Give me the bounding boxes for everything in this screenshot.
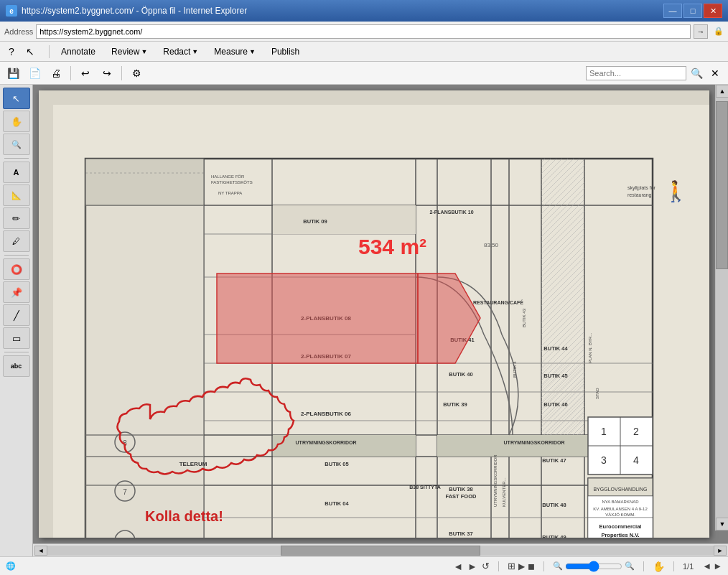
prev-page-button[interactable]: ◄ (702, 561, 711, 571)
svg-text:restaurang: restaurang (627, 192, 652, 198)
svg-text:2: 2 (633, 426, 639, 437)
view-controls: ⊞ ▶ ◼ (508, 561, 535, 571)
copy-button[interactable]: 📄 (26, 65, 43, 82)
svg-rect-25 (273, 435, 416, 457)
minimize-button[interactable]: — (663, 4, 682, 18)
maximize-button[interactable]: □ (683, 4, 702, 18)
svg-text:4: 4 (633, 454, 639, 466)
window-controls: — □ ✕ (663, 4, 722, 18)
svg-text:3: 3 (601, 454, 607, 466)
status-sep2 (543, 561, 544, 571)
status-bar: 🌐 ◄ ► ↺ ⊞ ▶ ◼ 🔍 🔍 ✋ 1/1 ◄ ► (0, 556, 728, 575)
svg-text:2-PLANSBUTIK 10: 2-PLANSBUTIK 10 (429, 210, 473, 215)
close-search-button[interactable]: ✕ (706, 65, 724, 82)
page-indicator: 🔒 (714, 27, 724, 36)
help-button[interactable]: ? (3, 43, 20, 60)
h-scroll-thumb[interactable] (281, 546, 480, 556)
pin-tool-btn[interactable]: 📌 (3, 281, 30, 303)
pencil-tool-btn[interactable]: ✏ (3, 207, 30, 229)
viewer-area: ↖ ✋ 🔍 A 📐 ✏ 🖊 ⭕ 📌 ╱ ▭ abc (0, 85, 728, 556)
rect-tool-btn[interactable]: ▭ (3, 327, 30, 349)
publish-menu[interactable]: Publish (264, 45, 307, 59)
close-button[interactable]: ✕ (704, 4, 722, 18)
svg-text:7: 7 (123, 488, 127, 496)
scroll-down-button[interactable]: ▼ (716, 518, 728, 530)
page-number: 1/1 (683, 562, 694, 571)
left-tool-panel: ↖ ✋ 🔍 A 📐 ✏ 🖊 ⭕ 📌 ╱ ▭ abc (0, 85, 33, 556)
svg-text:BUTIK 46: BUTIK 46 (543, 401, 567, 408)
status-globe: 🌐 (6, 561, 16, 571)
svg-rect-27 (273, 205, 416, 234)
line-tool-btn[interactable]: ╱ (3, 304, 30, 326)
hand-status-icon[interactable]: ✋ (653, 561, 665, 572)
page-view-button[interactable]: ⊞ (508, 561, 515, 571)
svg-text:UTRYMNINGSKORRIDOR: UTRYMNINGSKORRIDOR (493, 454, 498, 507)
svg-rect-102 (217, 274, 418, 363)
svg-text:VÄXJÖ KOMM.: VÄXJÖ KOMM. (605, 513, 635, 517)
scroll-track (716, 98, 728, 518)
tool-sep2 (4, 255, 29, 256)
measure-tool-btn[interactable]: 📐 (3, 184, 30, 206)
cursor-tool[interactable]: ↖ (22, 43, 39, 60)
url-input[interactable] (36, 24, 691, 39)
document-viewer-center: BYGGLOVSHANDLING NYA BAMARKNAD KV. AMBUL… (33, 85, 728, 556)
svg-text:2-PLANSBUTIK 06: 2-PLANSBUTIK 06 (301, 411, 351, 417)
browser-window: e https://system2.byggnet.com/ - Öppna f… (0, 0, 728, 575)
vertical-scrollbar[interactable]: ▲ ▼ (715, 85, 728, 530)
zoom-in-icon: 🔍 (553, 561, 563, 571)
status-sep4 (673, 561, 674, 571)
measure-menu[interactable]: Measure ▼ (207, 45, 263, 59)
redact-menu[interactable]: Redact ▼ (156, 45, 205, 59)
hand-tool-btn[interactable]: ✋ (3, 111, 30, 132)
next-page-button[interactable]: ► (713, 561, 722, 571)
cursor-tool-btn[interactable]: ↖ (3, 88, 30, 109)
forward-button[interactable]: ► (467, 561, 477, 572)
svg-rect-2 (39, 90, 53, 538)
search-area: 🔍 ✕ (586, 65, 724, 82)
secondary-toolbar: 💾 📄 🖨 ↩ ↪ ⚙ 🔍 ✕ (0, 62, 728, 85)
browser-icon: e (6, 5, 17, 17)
nav-controls: ◄ ► ↺ (453, 561, 490, 572)
scroll-right-button[interactable]: ► (714, 546, 727, 556)
title-bar: e https://system2.byggnet.com/ - Öppna f… (0, 0, 728, 22)
document-viewer[interactable]: BYGGLOVSHANDLING NYA BAMARKNAD KV. AMBUL… (33, 85, 728, 543)
zoom-slider[interactable] (565, 562, 622, 571)
svg-text:KULVENTER...: KULVENTER... (502, 477, 506, 507)
annotate-menu[interactable]: Annotate (54, 45, 103, 59)
svg-text:BUTIK 40: BUTIK 40 (449, 371, 472, 378)
redo-button[interactable]: ↪ (98, 65, 116, 82)
review-menu[interactable]: Review ▼ (104, 45, 154, 59)
svg-text:BUTIK 4: BUTIK 4 (513, 361, 517, 378)
undo-button[interactable]: ↩ (77, 65, 94, 82)
blueprint-svg: BYGGLOVSHANDLING NYA BAMARKNAD KV. AMBUL… (39, 90, 709, 538)
text-tool-btn[interactable]: A (3, 162, 30, 183)
settings-button[interactable]: ⚙ (128, 65, 145, 82)
back-button[interactable]: ◄ (453, 561, 463, 572)
svg-text:FASTIGHETSSKÖTS: FASTIGHETSSKÖTS (211, 180, 253, 184)
go-button[interactable]: → (694, 24, 708, 39)
search-button[interactable]: 🔍 (688, 65, 705, 82)
svg-text:skyltplats för: skyltplats för (627, 185, 656, 191)
globe-icon: 🌐 (6, 561, 16, 571)
search-input[interactable] (586, 66, 686, 80)
window-title: https://system2.byggnet.com/ - Öppna fil… (22, 6, 663, 16)
zoom-tool-btn[interactable]: 🔍 (3, 134, 30, 155)
scroll-thumb[interactable] (716, 101, 728, 269)
svg-text:KV. AMBULANSEN 4 A 9-12: KV. AMBULANSEN 4 A 9-12 (593, 507, 648, 511)
print-button[interactable]: 🖨 (47, 65, 65, 82)
svg-text:83,50: 83,50 (484, 242, 499, 248)
save-button[interactable]: 💾 (4, 65, 22, 82)
stop-button[interactable]: ◼ (528, 561, 535, 571)
play-button[interactable]: ▶ (518, 561, 525, 571)
scroll-up-button[interactable]: ▲ (716, 85, 728, 98)
zoom-out-icon: 🔍 (625, 561, 635, 571)
svg-text:Eurocommercial: Eurocommercial (599, 523, 642, 530)
circle-tool-btn[interactable]: ⭕ (3, 258, 30, 280)
pen-tool-btn[interactable]: 🖊 (3, 230, 30, 252)
text-stamp-btn[interactable]: abc (3, 355, 30, 377)
refresh-button[interactable]: ↺ (482, 561, 490, 571)
svg-text:🚶: 🚶 (663, 179, 689, 203)
scroll-left-button[interactable]: ◄ (34, 546, 47, 556)
separator2 (121, 66, 122, 80)
svg-text:Properties N.V.: Properties N.V. (601, 532, 639, 538)
